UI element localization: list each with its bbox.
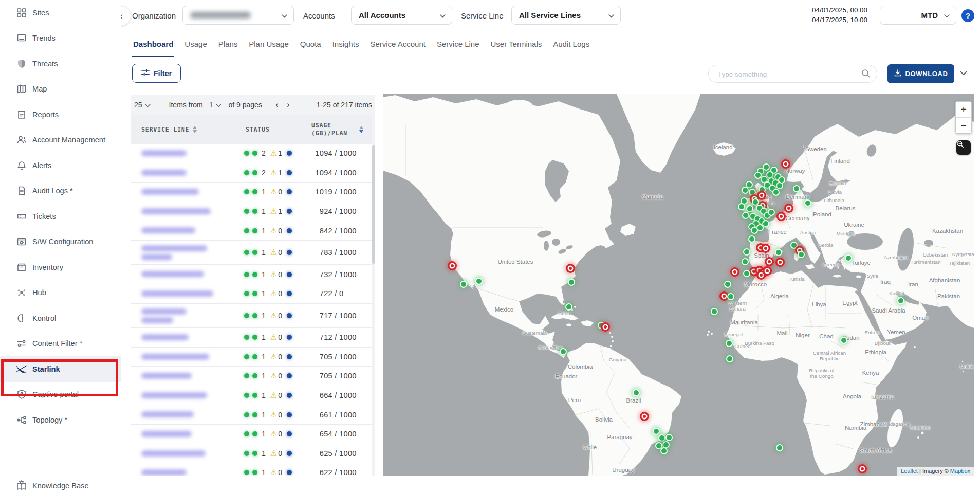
column-header-usage[interactable]: USAGE (GB)/PLAN [311,115,372,144]
terminal-marker-online[interactable] [747,182,752,187]
date-range-select[interactable]: MTD [880,6,956,25]
tab-user-terminals[interactable]: User Terminals [490,31,543,57]
terminal-marker-offline[interactable] [762,271,765,274]
table-row[interactable]: 1⚠0712 / 1000 [131,328,375,348]
tab-insights[interactable]: Insights [331,31,360,57]
zoom-in-button[interactable]: + [956,102,971,118]
sidebar-item-trends[interactable]: Trends [0,26,121,51]
sidebar-item-map[interactable]: Map [0,77,121,102]
terminal-marker-offline[interactable] [723,295,726,298]
table-row[interactable]: 1⚠0654 / 1000 [131,425,375,444]
sidebar-item-account-management[interactable]: Account Management [0,127,121,153]
world-map[interactable]: CanadaUnited StatesMexicoCubaGuatemalaCo… [383,94,974,476]
terminal-marker-online[interactable] [744,249,749,254]
download-button[interactable]: DOWNLOAD [887,64,954,83]
service-line-link-redacted[interactable] [141,150,187,156]
page-select[interactable]: 1 [209,101,221,109]
table-row[interactable]: 1⚠01019 / 1000 [131,183,375,202]
terminal-marker-online[interactable] [763,221,768,226]
terminal-marker-offline[interactable] [604,325,607,329]
terminal-marker-online[interactable] [569,280,574,285]
terminal-marker-online[interactable] [725,282,730,287]
terminal-marker-online[interactable] [753,199,758,205]
terminal-marker-online[interactable] [773,190,779,195]
service-line-link-redacted[interactable] [141,254,172,260]
terminal-marker-offline[interactable] [759,246,762,249]
terminal-marker-online[interactable] [727,341,732,346]
terminal-marker-online[interactable] [777,183,782,188]
terminal-marker-online[interactable] [599,323,604,328]
column-header-service-line[interactable]: SERVICE LINE [141,115,197,144]
terminal-marker-online[interactable] [749,236,754,242]
terminal-marker-offline[interactable] [779,261,782,264]
sidebar-item-knowledge-base[interactable]: Knowledge Base [0,473,120,492]
terminal-marker-online[interactable] [728,294,733,299]
tab-quota[interactable]: Quota [299,31,322,57]
tab-plan-usage[interactable]: Plan Usage [248,31,290,57]
sidebar-item-content-filter[interactable]: Content Filter * [0,331,121,357]
service-line-select[interactable]: All Service Lines [511,6,621,25]
accounts-select[interactable]: All Accounts [351,6,452,25]
service-line-link-redacted[interactable] [141,334,189,340]
service-line-link-redacted[interactable] [141,392,207,398]
service-line-link-redacted[interactable] [141,308,187,315]
terminal-marker-online[interactable] [739,204,744,209]
terminal-marker-online[interactable] [744,271,749,276]
sort-icons[interactable] [193,126,197,133]
table-row[interactable]: 2⚠11094 / 1000 [131,144,375,163]
tab-plans[interactable]: Plans [217,31,239,57]
service-line-link-redacted[interactable] [141,290,213,297]
table-row[interactable]: 1⚠0705 / 1000 [131,367,375,386]
terminal-marker-online[interactable] [659,435,664,441]
service-line-link-redacted[interactable] [141,450,206,457]
terminal-marker-online[interactable] [461,282,466,287]
zoom-out-button[interactable]: − [956,118,971,133]
sort-icons[interactable] [359,126,363,133]
sidebar-item-hub[interactable]: Hub [0,280,121,306]
service-line-link-redacted[interactable] [141,354,209,360]
sidebar-item-audit-logs[interactable]: Audit Logs * [0,178,121,204]
terminal-marker-offline[interactable] [784,162,787,166]
tab-usage[interactable]: Usage [183,31,208,57]
terminal-marker-offline[interactable] [780,215,783,218]
table-scrollbar[interactable] [372,115,375,476]
terminal-marker-online[interactable] [794,186,799,191]
terminal-marker-online[interactable] [805,201,810,206]
terminal-marker-online[interactable] [752,228,757,233]
organization-select[interactable] [182,6,294,25]
terminal-marker-online[interactable] [742,198,747,204]
table-row[interactable]: 1⚠0625 / 1000 [131,444,375,464]
terminal-marker-online[interactable] [841,338,846,343]
page-size-select[interactable]: 25 [134,101,151,109]
table-row[interactable]: 1⚠0722 / 0 [131,284,375,304]
service-line-link-redacted[interactable] [141,271,204,277]
terminal-marker-online[interactable] [765,183,770,188]
terminal-marker-online[interactable] [769,210,774,215]
table-row[interactable]: 1⚠0783 / 1000 [131,241,375,265]
sidebar-item-sites[interactable]: Sites [0,0,121,26]
terminal-marker-offline[interactable] [758,269,761,272]
terminal-marker-offline[interactable] [451,264,454,267]
sidebar-item-s-w-configuration[interactable]: S/W Configuration [0,229,121,255]
service-line-link-redacted[interactable] [141,227,195,233]
terminal-marker-online[interactable] [712,309,717,314]
tab-service-line[interactable]: Service Line [436,31,480,57]
service-line-link-redacted[interactable] [141,245,207,251]
terminal-marker-online[interactable] [654,429,659,434]
terminal-marker-online[interactable] [656,443,661,448]
terminal-marker-online[interactable] [776,250,781,255]
terminal-marker-online[interactable] [764,165,769,170]
table-row[interactable]: 1⚠0661 / 1000 [131,405,375,425]
terminal-marker-online[interactable] [566,304,571,309]
terminal-marker-online[interactable] [661,448,667,453]
table-row[interactable]: 1⚠1924 / 1000 [131,202,375,222]
service-line-link-redacted[interactable] [141,411,194,417]
service-line-link-redacted[interactable] [141,189,199,195]
terminal-marker-online[interactable] [634,390,639,395]
terminal-marker-online[interactable] [561,349,566,354]
terminal-marker-online[interactable] [779,177,784,183]
tab-service-account[interactable]: Service Account [369,31,427,57]
table-row[interactable]: 1⚠0732 / 1000 [131,265,375,284]
terminal-marker-offline[interactable] [752,270,755,273]
terminal-marker-online[interactable] [757,225,763,230]
